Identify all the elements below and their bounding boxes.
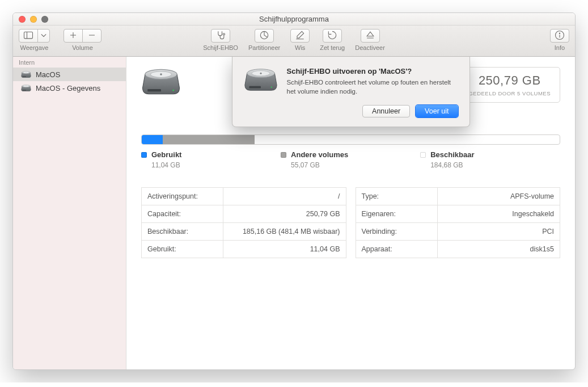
detail-key: Activeringspunt: — [142, 188, 223, 205]
eraser-icon — [294, 30, 306, 43]
stethoscope-icon — [215, 30, 226, 43]
swatch-used — [141, 152, 147, 158]
sidebar-icon — [23, 30, 34, 43]
legend-free-value: 184,68 GB — [430, 161, 560, 169]
detail-row: Type:APFS-volume — [356, 188, 560, 205]
disk-icon — [21, 69, 31, 79]
detail-value: / — [223, 188, 346, 205]
cancel-button[interactable]: Annuleer — [362, 105, 410, 117]
volume-label: Volume — [72, 44, 93, 51]
detail-value: 185,16 GB (481,4 MB wisbaar) — [223, 223, 346, 241]
dialog-message: Schijf-EHBO controleert het volume op fo… — [287, 78, 458, 96]
detail-row: Eigenaren:Ingeschakeld — [356, 205, 560, 223]
detail-value: APFS-volume — [437, 188, 560, 205]
capacity-value: 250,79 GB — [468, 73, 551, 88]
restore-button[interactable] — [323, 29, 342, 43]
first-aid-dialog: Schijf-EHBO uitvoeren op 'MacOS'? Schijf… — [232, 57, 470, 127]
disk-utility-window: Schijfhulpprogramma Weergave — [12, 12, 576, 370]
usage-bar — [141, 134, 560, 145]
partition-button[interactable] — [255, 29, 274, 43]
restore-label: Zet terug — [320, 44, 345, 51]
detail-key: Gebruikt: — [142, 241, 223, 258]
run-button[interactable]: Voer uit — [416, 105, 458, 117]
svg-point-10 — [223, 33, 225, 35]
detail-value: 250,79 GB — [223, 205, 346, 223]
capacity-box: 250,79 GB GEDEELD DOOR 5 VOLUMES — [459, 67, 560, 103]
swatch-free — [420, 152, 426, 158]
detail-key: Beschikbaar: — [142, 223, 223, 241]
window-title: Schijfhulpprogramma — [13, 15, 575, 23]
plus-icon — [67, 30, 79, 43]
detail-row: Gebruikt:11,04 GB — [142, 241, 346, 258]
erase-button[interactable] — [290, 29, 310, 43]
partition-label: Partitioneer — [248, 44, 280, 51]
details-table-left: Activeringspunt:/Capaciteit:250,79 GBBes… — [141, 187, 346, 258]
info-button[interactable] — [550, 29, 569, 43]
legend-other-label: Andere volumes — [291, 150, 348, 159]
first-aid-button[interactable] — [211, 29, 230, 43]
legend-used-label: Gebruikt — [151, 150, 181, 159]
usage-segment-used — [142, 135, 163, 144]
svg-marker-13 — [367, 32, 374, 36]
swatch-other — [281, 152, 286, 158]
view-label: Weergave — [20, 44, 49, 51]
detail-row: Capaciteit:250,79 GB — [142, 205, 346, 223]
details-table-right: Type:APFS-volumeEigenaren:IngeschakeldVe… — [356, 187, 561, 258]
sidebar-item-label: MacOS - Gegevens — [36, 84, 100, 92]
view-menu-button[interactable] — [37, 29, 50, 43]
detail-value: PCI — [437, 223, 560, 241]
toolbar: Weergave Volume Schijf-EHBO — [13, 26, 575, 57]
eject-icon — [365, 30, 376, 43]
erase-label: Wis — [295, 44, 305, 51]
sidebar-item-label: MacOS — [36, 70, 60, 79]
first-aid-label: Schijf-EHBO — [203, 44, 238, 51]
pie-chart-icon — [259, 30, 270, 43]
detail-key: Eigenaren: — [356, 205, 437, 223]
detail-key: Verbinding: — [356, 223, 437, 241]
detail-row: Verbinding:PCI — [356, 223, 560, 241]
sidebar-section-header: Intern — [13, 57, 126, 68]
legend-other-value: 55,07 GB — [291, 161, 420, 169]
view-mode-button[interactable] — [19, 29, 38, 43]
dialog-title: Schijf-EHBO uitvoeren op 'MacOS'? — [287, 67, 458, 75]
svg-rect-5 — [24, 32, 33, 39]
remove-volume-button[interactable] — [82, 29, 101, 43]
usage-segment-other — [163, 135, 255, 144]
detail-row: Beschikbaar:185,16 GB (481,4 MB wisbaar) — [142, 223, 346, 241]
detail-row: Apparaat:disk1s5 — [356, 241, 560, 258]
unmount-button[interactable] — [361, 29, 380, 43]
dialog-disk-icon — [244, 67, 278, 117]
detail-value: Ingeschakeld — [437, 205, 560, 223]
sidebar: Intern MacOSMacOS - Gegevens — [13, 57, 126, 369]
svg-point-17 — [559, 33, 560, 33]
info-label: Info — [555, 44, 565, 51]
titlebar: Schijfhulpprogramma — [13, 13, 575, 26]
info-icon — [554, 30, 565, 43]
restore-icon — [327, 30, 338, 43]
unmount-label: Deactiveer — [355, 44, 385, 51]
main-pane: 250,79 GB GEDEELD DOOR 5 VOLUMES Gebruik… — [126, 57, 575, 369]
disk-icon — [21, 83, 31, 93]
sidebar-item-volume[interactable]: MacOS — [13, 68, 126, 81]
minus-icon — [86, 30, 98, 43]
volume-artwork — [141, 67, 181, 99]
detail-row: Activeringspunt:/ — [142, 188, 346, 205]
detail-value: 11,04 GB — [223, 241, 346, 258]
chevron-down-icon — [38, 30, 49, 43]
add-volume-button[interactable] — [64, 29, 83, 43]
detail-key: Apparaat: — [356, 241, 437, 258]
detail-key: Capaciteit: — [142, 205, 223, 223]
detail-key: Type: — [356, 188, 437, 205]
sidebar-item-volume[interactable]: MacOS - Gegevens — [13, 81, 126, 95]
legend-used-value: 11,04 GB — [151, 161, 281, 169]
detail-value: disk1s5 — [437, 241, 560, 258]
legend-free-label: Beschikbaar — [430, 150, 474, 159]
capacity-subtitle: GEDEELD DOOR 5 VOLUMES — [468, 90, 551, 96]
